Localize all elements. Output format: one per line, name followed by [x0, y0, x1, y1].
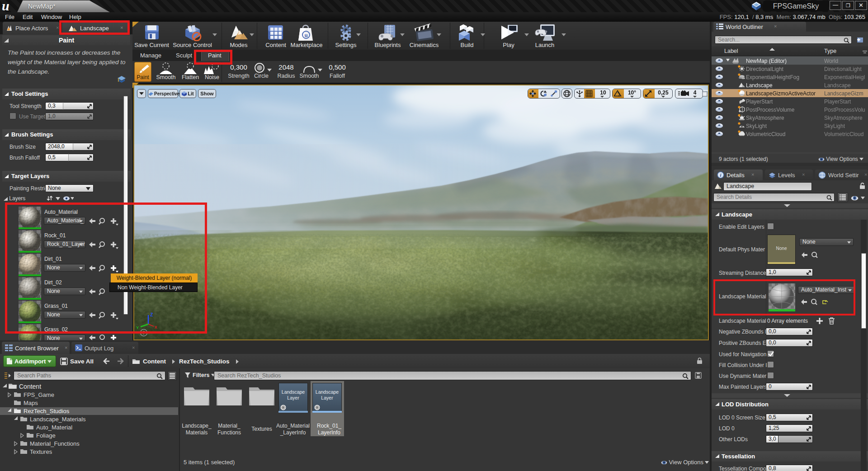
svg-text:u: u — [304, 32, 307, 38]
